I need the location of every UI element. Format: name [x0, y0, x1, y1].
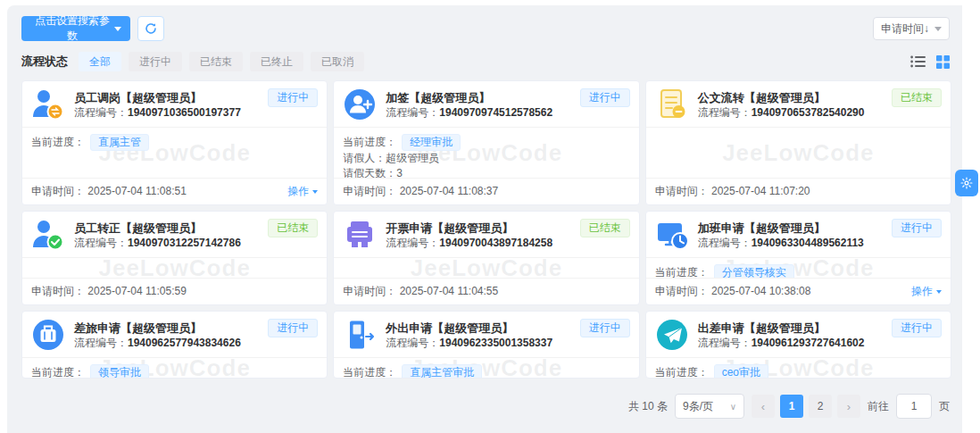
toolbar: 点击设置搜索参数 申请时间↓: [7, 5, 962, 41]
progress-node-tag: 分管领导核实: [714, 264, 794, 279]
current-progress-row: 当前进度：分管领导核实: [655, 263, 942, 278]
progress-node-tag: 经理审批: [402, 134, 461, 151]
apply-time: 申请时间： 2025-07-04 11:04:55: [343, 284, 498, 299]
card-body: JeeLowCode当前进度：分管领导核实: [646, 258, 951, 278]
document-icon: [655, 87, 689, 121]
process-card-grid: 员工调岗【超级管理员】流程编号：1940971036500197377进行中Je…: [7, 80, 962, 379]
process-card[interactable]: 差旅申请【超级管理员】流程编号：1940962577943834626进行中Je…: [21, 311, 328, 379]
goto-page-input[interactable]: [896, 394, 932, 419]
card-footer: 申请时间： 2025-07-04 10:38:08操作: [646, 278, 951, 304]
action-dropdown[interactable]: 操作: [287, 184, 318, 199]
current-progress-row: 当前进度：ceo审批: [655, 363, 942, 378]
card-field: 请假人：超级管理员: [343, 151, 629, 166]
page-suffix: 页: [939, 399, 950, 414]
prev-page-button[interactable]: ‹: [752, 395, 775, 418]
status-badge: 进行中: [892, 219, 942, 237]
process-card[interactable]: 外出申请【超级管理员】流程编号：1940962335001358337进行中Je…: [333, 311, 639, 379]
watermark: JeeLowCode: [334, 258, 638, 278]
page-button-1[interactable]: 1: [780, 395, 803, 418]
card-field: 请假天数：3: [343, 166, 629, 178]
page-button-2[interactable]: 2: [809, 395, 832, 418]
current-progress-row: 当前进度：经理审批: [343, 133, 629, 151]
total-count: 共 10 条: [628, 399, 668, 414]
apply-time: 申请时间： 2025-07-04 11:08:51: [31, 184, 187, 199]
process-number: 流程编号：1940962335001358337: [386, 336, 552, 350]
plane-icon: [655, 318, 689, 352]
process-number: 流程编号：1940961293727641602: [698, 336, 865, 350]
card-title: 员工转正【超级管理员】: [74, 221, 241, 236]
goto-label: 前往: [868, 399, 889, 414]
card-body: JeeLowCode: [334, 258, 638, 278]
status-badge: 进行中: [580, 319, 630, 337]
card-footer: 申请时间： 2025-07-04 11:04:55: [334, 278, 638, 304]
chevron-down-icon: [114, 27, 121, 31]
card-body: JeeLowCode当前进度：ceo审批: [646, 358, 951, 378]
chevron-down-icon: [934, 27, 942, 31]
card-body: JeeLowCode当前进度：直属主管审批: [334, 358, 638, 378]
settings-tab[interactable]: [955, 170, 978, 196]
card-body: JeeLowCode当前进度：经理审批请假人：超级管理员请假天数：3请假原因：3…: [334, 128, 638, 178]
process-card[interactable]: 加签【超级管理员】流程编号：1940970974512578562进行中JeeL…: [333, 80, 639, 205]
process-number: 流程编号：1940963304489562113: [698, 236, 864, 250]
action-dropdown[interactable]: 操作: [911, 284, 942, 299]
process-number: 流程编号：1940962577943834626: [74, 336, 241, 350]
page-size-select[interactable]: 9条/页 ∨: [675, 394, 744, 419]
invoice-icon: [343, 218, 377, 252]
filter-chip-2[interactable]: 已结束: [189, 52, 243, 71]
card-footer: 申请时间： 2025-07-04 11:08:51操作: [22, 178, 327, 204]
card-title: 员工调岗【超级管理员】: [74, 90, 241, 105]
card-body: JeeLowCode当前进度：领导审批: [22, 358, 327, 378]
person-transfer-icon: [31, 87, 65, 121]
search-params-label: 点击设置搜索参数: [30, 13, 114, 44]
gear-icon: [960, 177, 973, 189]
card-title: 加班申请【超级管理员】: [698, 221, 864, 236]
suitcase-icon: [31, 318, 65, 352]
list-view-icon: [910, 55, 926, 68]
status-badge: 进行中: [892, 319, 942, 337]
sort-by-apply-time-button[interactable]: 申请时间↓: [873, 17, 950, 40]
card-title: 外出申请【超级管理员】: [386, 321, 552, 336]
refresh-icon: [145, 22, 157, 35]
progress-node-tag: 直属主管审批: [402, 364, 482, 379]
filter-chip-0[interactable]: 全部: [79, 52, 121, 71]
list-view-button[interactable]: [910, 55, 926, 68]
person-check-icon: [31, 218, 65, 252]
main-panel: 点击设置搜索参数 申请时间↓ 流程状态 全部进行中已结束已终止已取消: [7, 5, 962, 433]
apply-time: 申请时间： 2025-07-04 11:08:37: [343, 184, 498, 199]
apply-time: 申请时间： 2025-07-04 10:38:08: [655, 284, 811, 299]
current-progress-row: 当前进度：直属主管: [31, 133, 318, 151]
card-footer: 申请时间： 2025-07-04 11:05:59: [22, 278, 327, 304]
filter-row: 流程状态 全部进行中已结束已终止已取消: [7, 41, 962, 80]
filter-chip-3[interactable]: 已终止: [250, 52, 303, 71]
grid-view-button[interactable]: [936, 55, 950, 69]
filter-chip-4[interactable]: 已取消: [311, 52, 364, 71]
refresh-button[interactable]: [137, 16, 164, 41]
status-badge: 已结束: [892, 88, 942, 107]
search-params-button[interactable]: 点击设置搜索参数: [21, 16, 130, 41]
process-number: 流程编号：1940970653782540290: [698, 105, 865, 120]
apply-time: 申请时间： 2025-07-04 11:07:20: [655, 184, 810, 199]
process-number: 流程编号：1940970312257142786: [74, 236, 241, 250]
grid-view-icon: [936, 55, 950, 69]
process-card[interactable]: 员工调岗【超级管理员】流程编号：1940971036500197377进行中Je…: [21, 80, 328, 205]
pagination: 共 10 条 9条/页 ∨ ‹ 1 2 › 前往 页: [628, 394, 950, 419]
process-card[interactable]: 出差申请【超级管理员】流程编号：1940961293727641602进行中Je…: [645, 311, 951, 379]
process-card[interactable]: 公文流转【超级管理员】流程编号：1940970653782540290已结束Je…: [645, 80, 951, 205]
watermark: JeeLowCode: [646, 139, 951, 167]
process-card[interactable]: 员工转正【超级管理员】流程编号：1940970312257142786已结束Je…: [21, 211, 328, 305]
filter-chip-1[interactable]: 进行中: [129, 52, 182, 71]
status-badge: 进行中: [268, 319, 318, 337]
page-size-value: 9条/页: [683, 399, 713, 414]
card-title: 加签【超级管理员】: [386, 90, 552, 105]
card-title: 开票申请【超级管理员】: [386, 221, 552, 236]
progress-node-tag: 直属主管: [90, 134, 149, 151]
next-page-button[interactable]: ›: [837, 395, 860, 418]
process-card[interactable]: 加班申请【超级管理员】流程编号：1940963304489562113进行中Je…: [645, 211, 951, 305]
person-plus-icon: [343, 87, 377, 121]
chevron-down-icon: [312, 190, 318, 194]
process-card[interactable]: 开票申请【超级管理员】流程编号：1940970043897184258已结束Je…: [333, 211, 639, 305]
filter-label: 流程状态: [21, 54, 68, 70]
watermark: JeeLowCode: [22, 258, 327, 278]
card-title: 出差申请【超级管理员】: [698, 321, 865, 336]
process-number: 流程编号：1940971036500197377: [74, 105, 241, 120]
